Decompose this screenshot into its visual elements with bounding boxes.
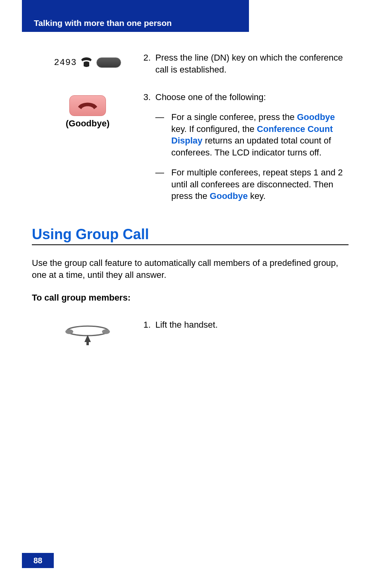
goodbye-keyword: Goodbye [297,112,335,122]
groupcall-step-1-number: 1. [143,319,155,331]
page-number: 88 [33,556,42,565]
step-2-icon-col: 2493 [32,52,143,69]
step-3-text: 3. Choose one of the following: — For a … [143,91,349,210]
step-3-bullets: — For a single conferee, press the Goodb… [143,111,349,202]
heading-rule [32,244,349,245]
step-3-number: 3. [143,91,155,103]
phone-icon [80,56,93,69]
header-title: Talking with more than one person [34,18,172,28]
header-top-stripe [22,0,249,14]
bullet-2: — For multiple conferees, repeat steps 1… [155,167,349,202]
line-key-illustration: 2493 [54,56,121,69]
hangup-icon [76,100,100,112]
page: Talking with more than one person 2493 2… [0,0,380,588]
goodbye-key-label: (Goodbye) [66,118,110,129]
goodbye-keyword-2: Goodbye [210,191,248,201]
svg-point-2 [102,329,110,334]
svg-rect-3 [86,340,89,345]
bullet-1-text-a: For a single conferee, press the [171,112,297,122]
line-key-digits: 2493 [54,58,77,68]
goodbye-key-icon [69,95,106,116]
content-area: 2493 2. Press the line (DN) key on which… [32,52,349,361]
groupcall-step-1-row: 1. Lift the handset. [32,319,349,347]
bullet-1-body: For a single conferee, press the Goodbye… [171,111,349,159]
bullet-1: — For a single conferee, press the Goodb… [155,111,349,159]
bullet-dash: — [155,111,171,159]
groupcall-step-1-icon-col [32,319,143,347]
bullet-dash: — [155,167,171,202]
groupcall-step-1-body: Lift the handset. [155,319,349,331]
step-2-text: 2. Press the line (DN) key on which the … [143,52,349,75]
step-2-body: Press the line (DN) key on which the con… [155,52,349,75]
lift-handset-icon [64,323,112,347]
bullet-2-text-b: key. [248,191,266,201]
line-key-button-icon [96,57,121,68]
svg-point-1 [65,329,73,334]
step-3-row: (Goodbye) 3. Choose one of the following… [32,91,349,210]
section-heading: Using Group Call [32,226,349,243]
section-subheading: To call group members: [32,293,349,303]
step-3-icon-col: (Goodbye) [32,91,143,129]
bullet-2-body: For multiple conferees, repeat steps 1 a… [171,167,349,202]
step-2-row: 2493 2. Press the line (DN) key on which… [32,52,349,75]
bullet-1-text-b: key. If configured, the [171,124,257,134]
header-bar: Talking with more than one person [22,14,249,32]
step-3-intro: Choose one of the following: [155,91,349,103]
section-paragraph: Use the group call feature to automatica… [32,257,349,281]
page-number-box: 88 [22,553,54,568]
step-2-number: 2. [143,52,155,75]
svg-point-0 [67,326,108,336]
groupcall-step-1-text: 1. Lift the handset. [143,319,349,331]
